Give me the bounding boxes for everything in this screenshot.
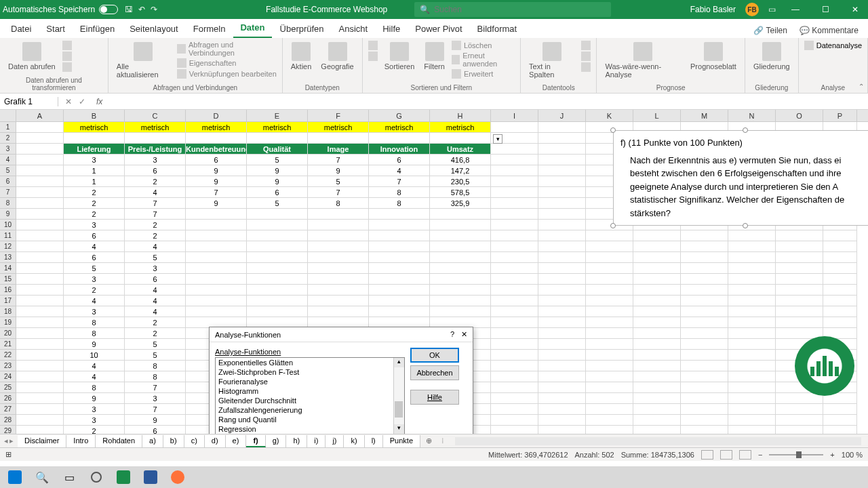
cell[interactable] — [369, 252, 430, 263]
cell[interactable]: 2 — [64, 187, 125, 198]
cell[interactable] — [125, 133, 186, 144]
cell[interactable] — [681, 317, 728, 328]
cell[interactable] — [633, 241, 681, 252]
tab-power pivot[interactable]: Power Pivot — [408, 20, 469, 38]
user-name[interactable]: Fabio Basler — [690, 5, 736, 14]
cell[interactable] — [491, 198, 538, 209]
cell[interactable]: 325,9 — [430, 198, 491, 209]
cell[interactable] — [776, 285, 823, 296]
search-box[interactable]: 🔍 — [414, 2, 611, 17]
cell[interactable] — [681, 306, 728, 317]
forecast-button[interactable]: Prognoseblatt — [688, 41, 739, 72]
cell[interactable] — [633, 252, 681, 263]
cell[interactable]: Lieferung — [64, 144, 125, 155]
help-button[interactable]: Hilfe — [410, 390, 459, 405]
cell[interactable]: 6 — [64, 252, 125, 263]
cell[interactable] — [16, 209, 64, 220]
cell[interactable]: Innovation — [369, 144, 430, 155]
scroll-down-icon[interactable]: ▾ — [393, 424, 404, 434]
cell[interactable] — [728, 285, 776, 296]
cell[interactable] — [538, 328, 586, 339]
links-item[interactable]: Verknüpfungen bearbeiten — [177, 69, 277, 79]
cell[interactable] — [430, 252, 491, 263]
maximize-button[interactable]: ☐ — [815, 5, 835, 14]
cell[interactable] — [491, 350, 538, 361]
cell[interactable] — [776, 274, 823, 285]
cell[interactable] — [586, 252, 633, 263]
cell[interactable] — [308, 306, 369, 317]
cell[interactable]: metrisch — [369, 122, 430, 133]
cell[interactable] — [586, 339, 633, 350]
cell[interactable] — [823, 252, 857, 263]
zoom-in-icon[interactable]: + — [830, 451, 834, 459]
save-icon[interactable]: 🖫 — [125, 5, 133, 14]
cell[interactable] — [16, 241, 64, 252]
zoom-level[interactable]: 100 % — [842, 451, 863, 459]
cell[interactable] — [681, 404, 728, 415]
cell[interactable] — [538, 209, 586, 220]
cell[interactable] — [586, 382, 633, 393]
row-header[interactable]: 24 — [0, 371, 16, 382]
cell[interactable] — [247, 296, 308, 306]
cell[interactable]: 9 — [186, 198, 247, 209]
cell[interactable] — [538, 404, 586, 415]
cell[interactable] — [491, 371, 538, 382]
cell[interactable]: 4 — [64, 361, 125, 371]
cell[interactable] — [633, 230, 681, 241]
autosave-toggle[interactable]: Automatisches Speichern — [3, 5, 118, 14]
row-header[interactable]: 29 — [0, 426, 16, 434]
filter-dropdown-icon[interactable]: ▾ — [493, 134, 502, 144]
cell[interactable] — [16, 220, 64, 230]
cell[interactable]: 2 — [125, 328, 186, 339]
row-header[interactable]: 10 — [0, 220, 16, 230]
tab-nav-next-icon[interactable]: ▸ — [9, 436, 14, 445]
undo-icon[interactable]: ↶ — [138, 5, 145, 14]
cell[interactable] — [247, 274, 308, 285]
cell[interactable] — [16, 361, 64, 371]
cell[interactable] — [430, 306, 491, 317]
user-avatar[interactable]: FB — [745, 3, 759, 16]
horizontal-scrollbar[interactable] — [455, 437, 861, 445]
cell[interactable] — [823, 306, 857, 317]
cell[interactable] — [16, 263, 64, 274]
sheet-tab[interactable]: b) — [163, 435, 184, 447]
cell[interactable] — [491, 328, 538, 339]
list-option[interactable]: Regression — [216, 424, 404, 434]
cell[interactable] — [491, 306, 538, 317]
cell[interactable]: 5 — [125, 350, 186, 361]
sheet-tab[interactable]: j) — [326, 435, 344, 447]
cell[interactable] — [430, 209, 491, 220]
cell[interactable]: 2 — [64, 426, 125, 434]
cell[interactable] — [776, 263, 823, 274]
sheet-tab[interactable]: Punkte — [383, 435, 420, 447]
tab-bildformat[interactable]: Bildformat — [471, 20, 524, 38]
cell[interactable] — [586, 426, 633, 434]
cell[interactable] — [538, 296, 586, 306]
row-header[interactable]: 19 — [0, 317, 16, 328]
cell[interactable]: 9 — [247, 165, 308, 176]
cell[interactable] — [308, 263, 369, 274]
cell[interactable] — [491, 361, 538, 371]
row-header[interactable]: 6 — [0, 176, 16, 187]
cell[interactable] — [538, 306, 586, 317]
cell[interactable] — [823, 317, 857, 328]
cell[interactable] — [538, 198, 586, 209]
cell[interactable] — [633, 382, 681, 393]
cell[interactable] — [633, 317, 681, 328]
cell[interactable] — [776, 296, 823, 306]
cell[interactable] — [491, 155, 538, 165]
cell[interactable]: 9 — [186, 165, 247, 176]
cell[interactable] — [776, 426, 823, 434]
collapse-ribbon-icon[interactable]: ⌃ — [859, 83, 864, 90]
cell[interactable] — [247, 285, 308, 296]
cell[interactable]: 3 — [125, 263, 186, 274]
name-box[interactable]: Grafik 1 — [0, 97, 58, 106]
row-header[interactable]: 4 — [0, 155, 16, 165]
cell[interactable]: 6 — [125, 165, 186, 176]
cell[interactable] — [16, 155, 64, 165]
row-header[interactable]: 5 — [0, 165, 16, 176]
cell[interactable] — [308, 252, 369, 263]
cell[interactable] — [681, 263, 728, 274]
cell[interactable] — [538, 122, 586, 133]
cell[interactable] — [491, 122, 538, 133]
